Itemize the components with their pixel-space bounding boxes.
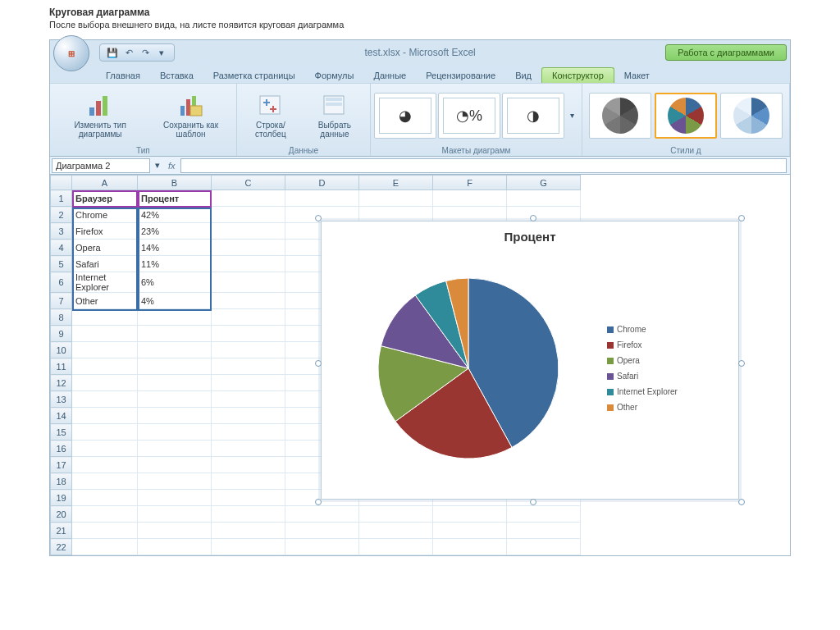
- row-header[interactable]: 6: [51, 272, 72, 293]
- qat-dropdown-icon[interactable]: ▾: [154, 45, 169, 60]
- cell[interactable]: Safari: [72, 256, 138, 272]
- column-header[interactable]: G: [507, 176, 581, 190]
- row-header[interactable]: 20: [51, 506, 72, 523]
- row-header[interactable]: 10: [51, 342, 72, 358]
- select-data-button[interactable]: Выбрать данные: [303, 90, 367, 141]
- cell[interactable]: [72, 326, 138, 342]
- row-header[interactable]: 5: [51, 256, 72, 272]
- cell[interactable]: [212, 240, 285, 256]
- cell[interactable]: [72, 506, 138, 523]
- save-as-template-button[interactable]: Сохранить как шаблон: [148, 90, 233, 141]
- resize-handle[interactable]: [530, 499, 536, 505]
- change-chart-type-button[interactable]: Изменить тип диаграммы: [53, 90, 147, 141]
- cell[interactable]: [433, 539, 507, 555]
- redo-icon[interactable]: ↷: [138, 45, 153, 60]
- cell[interactable]: [138, 375, 212, 391]
- row-header[interactable]: 3: [51, 223, 72, 240]
- row-header[interactable]: 22: [51, 539, 72, 555]
- cell[interactable]: [212, 342, 285, 358]
- cell[interactable]: 23%: [138, 223, 212, 240]
- cell[interactable]: [212, 441, 285, 457]
- row-header[interactable]: 1: [51, 190, 72, 207]
- layouts-more-button[interactable]: ▾: [566, 108, 578, 122]
- row-header[interactable]: 2: [51, 207, 72, 223]
- cell[interactable]: [212, 190, 285, 207]
- tab-Рецензирование[interactable]: Рецензирование: [416, 68, 505, 83]
- name-box-dropdown-icon[interactable]: ▾: [152, 160, 163, 171]
- chart-layout-1[interactable]: ◕: [374, 93, 436, 139]
- formula-input[interactable]: [180, 158, 787, 173]
- cell[interactable]: [72, 309, 138, 326]
- cell[interactable]: [138, 441, 212, 457]
- resize-handle[interactable]: [738, 360, 745, 367]
- chart-layout-3[interactable]: ◑: [502, 93, 564, 139]
- row-header[interactable]: 14: [51, 408, 72, 424]
- cell[interactable]: [138, 457, 212, 473]
- column-header[interactable]: D: [285, 176, 359, 190]
- cell[interactable]: [72, 424, 138, 441]
- cell[interactable]: [72, 457, 138, 473]
- cell[interactable]: [285, 523, 359, 539]
- cell[interactable]: [507, 523, 581, 539]
- resize-handle[interactable]: [738, 499, 745, 505]
- cell[interactable]: [285, 539, 359, 555]
- cell[interactable]: Firefox: [72, 223, 138, 240]
- cell[interactable]: [212, 490, 285, 506]
- row-header[interactable]: 15: [51, 424, 72, 441]
- cell[interactable]: [212, 256, 285, 272]
- cell[interactable]: 11%: [138, 256, 212, 272]
- tab-Макет[interactable]: Макет: [614, 68, 660, 83]
- undo-icon[interactable]: ↶: [121, 45, 136, 60]
- row-header[interactable]: 7: [51, 293, 72, 309]
- row-header[interactable]: 18: [51, 473, 72, 490]
- row-header[interactable]: 16: [51, 441, 72, 457]
- cell[interactable]: [138, 358, 212, 375]
- cell[interactable]: [433, 190, 507, 207]
- cell[interactable]: [212, 473, 285, 490]
- cell[interactable]: [72, 358, 138, 375]
- cell[interactable]: 42%: [138, 207, 212, 223]
- cell[interactable]: [72, 473, 138, 490]
- cell[interactable]: [72, 523, 138, 539]
- fx-icon[interactable]: fx: [163, 161, 180, 171]
- chart-object[interactable]: Процент ChromeFirefoxOperaSafariInternet…: [321, 221, 739, 500]
- cell[interactable]: [138, 539, 212, 555]
- cell[interactable]: Other: [72, 293, 138, 309]
- chart-style-2[interactable]: [655, 93, 717, 139]
- row-header[interactable]: 12: [51, 375, 72, 391]
- cell[interactable]: [212, 391, 285, 408]
- cell[interactable]: [138, 506, 212, 523]
- row-header[interactable]: 19: [51, 490, 72, 506]
- cell[interactable]: [138, 473, 212, 490]
- cell[interactable]: [507, 539, 581, 555]
- tab-Разметка страницы[interactable]: Разметка страницы: [203, 68, 305, 83]
- resize-handle[interactable]: [315, 499, 322, 505]
- cell[interactable]: [72, 490, 138, 506]
- cell[interactable]: 14%: [138, 240, 212, 256]
- name-box[interactable]: Диаграмма 2: [52, 158, 150, 173]
- cell[interactable]: [138, 424, 212, 441]
- save-icon[interactable]: 💾: [105, 45, 120, 60]
- chart-style-3[interactable]: [720, 93, 783, 139]
- cell[interactable]: Internet Explorer: [72, 272, 138, 293]
- cell[interactable]: 4%: [138, 293, 212, 309]
- resize-handle[interactable]: [530, 215, 536, 221]
- tab-Конструктор[interactable]: Конструктор: [541, 67, 614, 83]
- cell[interactable]: [138, 326, 212, 342]
- column-header[interactable]: F: [433, 176, 507, 190]
- row-header[interactable]: 11: [51, 358, 72, 375]
- cell[interactable]: [212, 457, 285, 473]
- tab-Вид[interactable]: Вид: [505, 68, 541, 83]
- worksheet[interactable]: ABCDEFG1БраузерПроцент2Chrome42%3Firefox…: [50, 175, 790, 555]
- cell[interactable]: [433, 506, 507, 523]
- cell[interactable]: [212, 293, 285, 309]
- switch-row-column-button[interactable]: Строка/столбец: [240, 90, 301, 141]
- column-header[interactable]: B: [138, 176, 212, 190]
- resize-handle[interactable]: [315, 215, 322, 221]
- cell[interactable]: [138, 391, 212, 408]
- cell[interactable]: [72, 441, 138, 457]
- cell[interactable]: [359, 190, 433, 207]
- row-header[interactable]: 4: [51, 240, 72, 256]
- row-header[interactable]: 21: [51, 523, 72, 539]
- cell[interactable]: [72, 539, 138, 555]
